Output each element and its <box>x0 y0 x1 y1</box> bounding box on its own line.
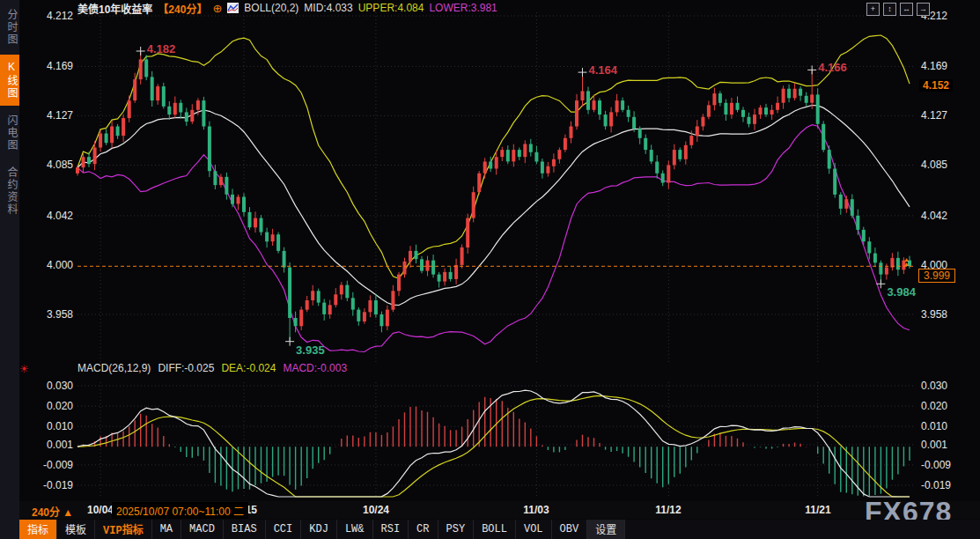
indicator-menu-bar: 指标模板VIP指标MAMACDBIASCCIKDJLW&RSICRPSYBOLL… <box>19 520 980 539</box>
price-axis-tick: 4.085 <box>34 159 73 171</box>
price-axis-tick: 4.127 <box>921 109 947 122</box>
menu-item-obv[interactable]: OBV <box>552 520 588 539</box>
y-axis-scale-icon[interactable]: ↕ <box>883 3 896 16</box>
macd-axis-tick: 0.010 <box>921 420 947 432</box>
price-axis-tick: 4.169 <box>34 60 73 72</box>
macd-axis-tick: 0.020 <box>921 400 947 412</box>
period-tag[interactable]: 【240分】 <box>158 1 207 16</box>
price-axis-tick: 4.042 <box>921 210 947 222</box>
menu-item-cr[interactable]: CR <box>409 520 438 539</box>
price-axis-tick: 4.127 <box>34 109 73 122</box>
macd-axis-tick: 0.020 <box>34 400 73 412</box>
menu-item-vol[interactable]: VOL <box>516 520 552 539</box>
boll-mid-value: MID:4.033 <box>304 2 352 14</box>
boll-upper-value: UPPER:4.084 <box>358 2 424 14</box>
menu-item-psy[interactable]: PSY <box>438 520 475 539</box>
macd-dea-value: DEA:-0.024 <box>221 362 276 374</box>
menu-item-rsi[interactable]: RSI <box>373 520 409 539</box>
menu-item-settings[interactable]: 设置 <box>587 520 625 539</box>
svg-text:4.182: 4.182 <box>147 42 176 55</box>
menu-item-boll[interactable]: BOLL <box>474 520 516 539</box>
macd-diff-value: DIFF:-0.025 <box>158 362 214 374</box>
bar-datetime-tooltip: 2025/10/07 07:00~11:00 二 <box>112 502 248 519</box>
menu-item-bias[interactable]: BIAS <box>224 520 266 539</box>
chart-header: 美债10年收益率 【240分】 ⊕ BOLL(20,2) MID:4.033 U… <box>77 1 497 15</box>
last-price-tag: 3.999 <box>918 269 955 283</box>
price-axis-tick: 3.958 <box>921 308 947 321</box>
menu-item-ma[interactable]: MA <box>152 520 181 539</box>
chart-app-window: 分时图K线图闪电图合约资料 美债10年收益率 【240分】 ⊕ BOLL(20,… <box>0 0 980 539</box>
macd-axis-tick: 0.001 <box>921 439 947 451</box>
macd-axis-tick: -0.009 <box>34 459 73 471</box>
svg-text:4.164: 4.164 <box>589 63 618 77</box>
macd-axis-tick: 0.030 <box>34 380 73 392</box>
macd-axis-tick: -0.009 <box>921 459 951 471</box>
macd-indicator-label[interactable]: MACD(26,12,9) <box>77 362 151 374</box>
prev-close-price-tag: 4.152 <box>919 79 953 92</box>
price-axis-tick: 4.085 <box>921 159 947 171</box>
sidebar-tab-contract-info[interactable]: 合约资料 <box>0 160 19 222</box>
menu-item-cci[interactable]: CCI <box>266 520 302 539</box>
menu-item-kdj[interactable]: KDJ <box>301 520 337 539</box>
macd-macd-value: MACD:-0.003 <box>283 362 347 374</box>
menu-item-lw[interactable]: LW& <box>337 520 373 539</box>
price-axis-tick: 3.958 <box>34 308 73 321</box>
price-axis-tick: 4.169 <box>921 60 947 72</box>
mini-chart-icon[interactable] <box>227 3 239 13</box>
sidebar-tab-kline[interactable]: K线图 <box>0 55 19 106</box>
pan-right-icon[interactable]: → <box>917 3 930 16</box>
instrument-title: 美债10年收益率 <box>77 1 152 16</box>
alert-sun-icon[interactable]: ☀ <box>19 363 29 375</box>
x-axis-scale-icon[interactable]: ↔ <box>900 3 913 16</box>
sidebar-tab-flash[interactable]: 闪电图 <box>0 108 19 158</box>
macd-axis-tick: 0.030 <box>921 380 947 392</box>
macd-axis-tick: -0.019 <box>34 479 73 491</box>
macd-axis-tick: -0.019 <box>921 479 951 491</box>
macd-header: MACD(26,12,9) DIFF:-0.025 DEA:-0.024 MAC… <box>77 362 347 374</box>
svg-text:3.935: 3.935 <box>296 343 325 357</box>
period-selector[interactable]: 240分 ▲ <box>32 504 73 519</box>
date-axis-label: 10/24 <box>363 504 389 516</box>
price-alert-icon[interactable]: ▲▲ <box>903 257 910 266</box>
time-axis-bar: 240分 ▲ 10/0410/1510/2411/0311/1211/21 20… <box>19 501 980 519</box>
boll-indicator-label[interactable]: BOLL(20,2) <box>244 2 298 14</box>
price-axis-tick: 4.000 <box>34 259 73 271</box>
magnet-icon[interactable]: ⊕ <box>212 2 222 15</box>
date-axis-label: 11/03 <box>523 504 549 516</box>
price-axis-tick: 4.212 <box>34 10 73 22</box>
date-axis-label: 11/12 <box>655 504 681 516</box>
menu-item-vip-indicator[interactable]: VIP指标 <box>95 520 152 539</box>
chart-type-sidebar: 分时图K线图闪电图合约资料 <box>0 0 19 539</box>
macd-axis-tick: 0.010 <box>34 420 73 432</box>
price-axis-tick: 4.042 <box>34 210 73 222</box>
macd-axis-tick: 0.001 <box>34 439 73 451</box>
menu-item-indicator[interactable]: 指标 <box>19 520 57 539</box>
svg-text:3.984: 3.984 <box>887 285 916 299</box>
chart-toolbar: +↕↔→ <box>866 3 930 16</box>
menu-item-template[interactable]: 模板 <box>57 520 95 539</box>
date-axis-label: 10/04 <box>87 504 114 516</box>
date-axis-label: 11/21 <box>805 504 830 516</box>
menu-item-macd[interactable]: MACD <box>181 520 224 539</box>
svg-text:4.166: 4.166 <box>818 61 847 74</box>
sidebar-tab-time-share[interactable]: 分时图 <box>0 3 19 52</box>
crosshair-icon[interactable]: + <box>866 3 880 16</box>
boll-lower-value: LOWER:3.981 <box>429 2 497 14</box>
